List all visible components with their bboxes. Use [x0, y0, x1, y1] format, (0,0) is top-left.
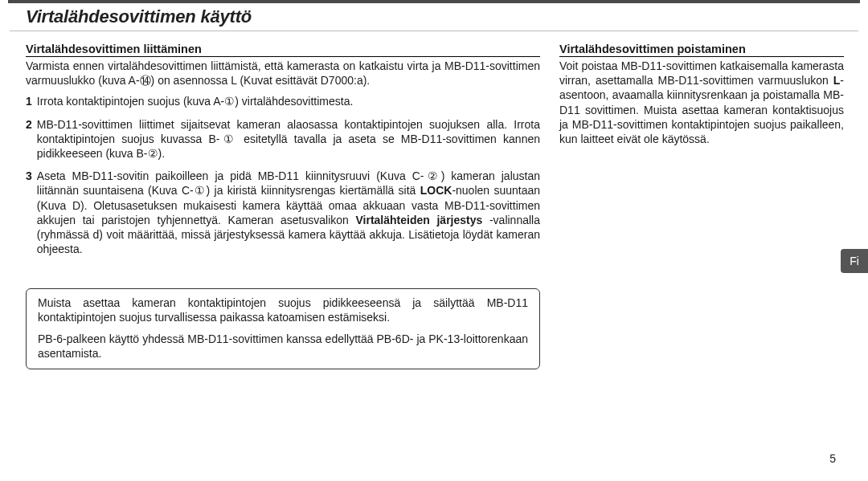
- right-paragraph: Voit poistaa MB-D11-sovittimen katkaisem…: [559, 59, 844, 146]
- right-column: Virtalähdesovittimen poistaminen Voit po…: [559, 43, 844, 369]
- left-heading: Virtalähdesovittimen liittäminen: [26, 43, 540, 57]
- bold-text: LOCK: [420, 184, 452, 197]
- notice-paragraph: Muista asettaa kameran kontaktipintojen …: [38, 296, 528, 324]
- item-number: 3: [26, 169, 32, 256]
- item-text: Aseta MB-D11-sovitin paikoilleen ja pidä…: [37, 169, 540, 256]
- manual-page: Virtalähdesovittimen käyttö Virtalähdeso…: [0, 0, 868, 481]
- item-number: 2: [26, 117, 32, 161]
- notice-paragraph: PB-6-palkeen käyttö yhdessä MB-D11-sovit…: [38, 332, 528, 361]
- title-bar: Virtalähdesovittimen käyttö: [10, 3, 858, 31]
- list-item: 1 Irrota kontaktipintojen suojus (kuva A…: [26, 94, 540, 108]
- content-area: Virtalähdesovittimen liittäminen Varmist…: [0, 43, 868, 369]
- item-text: MB-D11-sovittimen liittimet sijaitsevat …: [37, 117, 540, 161]
- list-item: 2 MB-D11-sovittimen liittimet sijaitseva…: [26, 117, 540, 161]
- notice-box: Muista asettaa kameran kontaktipintojen …: [26, 288, 540, 369]
- right-heading: Virtalähdesovittimen poistaminen: [559, 43, 844, 57]
- page-title: Virtalähdesovittimen käyttö: [26, 6, 842, 27]
- left-column: Virtalähdesovittimen liittäminen Varmist…: [26, 43, 540, 369]
- page-number: 5: [829, 452, 836, 465]
- list-item: 3 Aseta MB-D11-sovitin paikoilleen ja pi…: [26, 169, 540, 256]
- bold-text: Virtalähteiden järjestys: [355, 214, 482, 226]
- numbered-list: 1 Irrota kontaktipintojen suojus (kuva A…: [26, 94, 540, 256]
- intro-paragraph: Varmista ennen virtalähdesovittimen liit…: [26, 59, 540, 88]
- item-number: 1: [26, 94, 32, 108]
- item-text: Irrota kontaktipintojen suojus (kuva A-①…: [37, 94, 540, 108]
- language-tab: Fi: [841, 249, 868, 273]
- right-para-seg: Voit poistaa MB-D11-sovittimen katkaisem…: [559, 59, 844, 87]
